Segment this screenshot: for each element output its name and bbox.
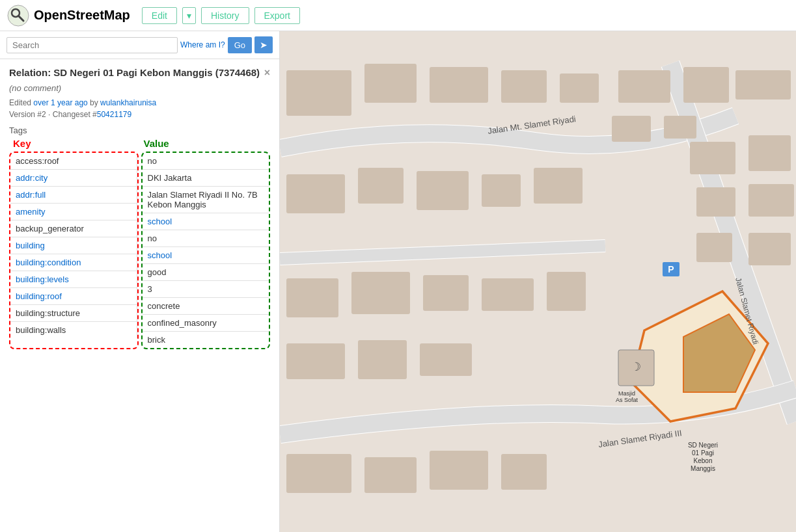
- tag-value-row: Jalan Slamet Riyadi II No. 7B Kebon Mang…: [143, 187, 269, 213]
- tag-key-cell[interactable]: building:condition: [10, 254, 137, 271]
- relation-meta-edited: Edited over 1 year ago by wulankhairunis…: [9, 98, 270, 107]
- svg-rect-33: [696, 187, 735, 217]
- svg-rect-16: [417, 171, 469, 210]
- svg-rect-10: [364, 64, 417, 103]
- svg-rect-12: [501, 70, 547, 103]
- svg-rect-7: [612, 116, 651, 142]
- svg-text:Masjid: Masjid: [618, 390, 635, 397]
- version-text: Version #2 · Changeset #: [9, 110, 97, 119]
- logo-icon: [7, 4, 30, 27]
- svg-rect-13: [560, 73, 599, 103]
- tag-key-row: backup_generator: [10, 220, 137, 237]
- export-button[interactable]: Export: [254, 7, 300, 24]
- svg-rect-6: [735, 70, 791, 100]
- tag-key-row: building:levels: [10, 271, 137, 288]
- tag-value-cell: good: [143, 264, 269, 280]
- sidebar-content: Relation: SD Negeri 01 Pagi Kebon Manggi…: [0, 59, 279, 532]
- map-area[interactable]: ☽ P Jalan Mt. Slamet Riyadi Jalan Slamet…: [280, 31, 796, 532]
- relation-meta-version: Version #2 · Changeset #50421179: [9, 110, 270, 119]
- tag-value-cell[interactable]: school: [143, 213, 269, 230]
- key-header: Key: [9, 138, 140, 149]
- svg-text:As Sofat: As Sofat: [616, 397, 638, 403]
- tag-value-row: good: [143, 264, 269, 281]
- logo-text: OpenStreetMap: [34, 8, 130, 23]
- svg-rect-24: [286, 343, 345, 379]
- changeset-link[interactable]: 50421179: [97, 110, 131, 119]
- tag-key-cell[interactable]: addr:full: [10, 187, 137, 203]
- tag-value-cell: no: [143, 153, 269, 169]
- search-input[interactable]: [7, 37, 178, 53]
- edit-button[interactable]: Edit: [142, 7, 177, 24]
- svg-rect-29: [430, 451, 488, 490]
- history-button[interactable]: History: [201, 7, 249, 24]
- edited-time-link[interactable]: over 1 year ago: [33, 98, 87, 107]
- tag-key-cell[interactable]: building:levels: [10, 271, 137, 287]
- svg-rect-32: [748, 135, 791, 171]
- main-content: Where am I? Go ➤ Relation: SD Negeri 01 …: [0, 31, 796, 532]
- tag-value-cell[interactable]: school: [143, 247, 269, 263]
- tag-value-row: concrete: [143, 298, 269, 315]
- tags-values-column: noDKI JakartaJalan Slamet Riyadi II No. …: [141, 152, 271, 349]
- value-header: Value: [140, 138, 271, 149]
- edited-prefix: Edited: [9, 98, 33, 107]
- svg-rect-36: [748, 233, 791, 265]
- values-container: noDKI JakartaJalan Slamet Riyadi II No. …: [143, 153, 269, 348]
- svg-text:P: P: [668, 264, 674, 274]
- tag-value-row: no: [143, 230, 269, 247]
- tag-key-row: building:condition: [10, 254, 137, 271]
- tag-key-cell: building:structure: [10, 305, 137, 321]
- sidebar: Where am I? Go ➤ Relation: SD Negeri 01 …: [0, 31, 280, 532]
- tag-value-cell: 3: [143, 281, 269, 297]
- svg-rect-4: [618, 70, 670, 103]
- relation-header: Relation: SD Negeri 01 Pagi Kebon Manggi…: [9, 67, 270, 78]
- top-nav: OpenStreetMap Edit ▾ History Export: [0, 0, 796, 31]
- svg-text:SD Negeri: SD Negeri: [688, 442, 718, 449]
- svg-rect-27: [286, 454, 351, 493]
- svg-rect-14: [286, 174, 345, 213]
- svg-text:Kebon: Kebon: [694, 457, 713, 464]
- svg-rect-15: [358, 168, 404, 204]
- tag-value-row: no: [143, 153, 269, 170]
- svg-rect-30: [501, 454, 547, 490]
- tags-columns: access:roofaddr:cityaddr:fullamenityback…: [9, 152, 270, 349]
- directions-button[interactable]: ➤: [254, 36, 273, 53]
- tag-key-cell[interactable]: addr:city: [10, 170, 137, 186]
- edited-by: by: [88, 98, 100, 107]
- svg-rect-17: [482, 174, 521, 207]
- tag-key-row: access:roof: [10, 153, 137, 170]
- tag-value-row: DKI Jakarta: [143, 170, 269, 187]
- svg-rect-20: [351, 272, 410, 314]
- tag-key-cell[interactable]: building: [10, 237, 137, 254]
- svg-rect-25: [358, 340, 407, 379]
- keys-container: access:roofaddr:cityaddr:fullamenityback…: [10, 153, 137, 338]
- close-button[interactable]: ×: [264, 67, 270, 79]
- tag-key-cell[interactable]: building:roof: [10, 288, 137, 304]
- relation-title-text: Relation: SD Negeri 01 Pagi Kebon Manggi…: [9, 67, 260, 78]
- svg-rect-35: [696, 233, 732, 262]
- tag-value-cell: DKI Jakarta: [143, 170, 269, 186]
- tag-value-row: confined_masonry: [143, 315, 269, 332]
- logo: OpenStreetMap: [7, 4, 130, 27]
- tag-value-cell: no: [143, 230, 269, 246]
- tag-value-row: 3: [143, 281, 269, 298]
- svg-rect-34: [748, 184, 794, 217]
- svg-text:01 Pagi: 01 Pagi: [692, 449, 714, 457]
- tags-keys-column: access:roofaddr:cityaddr:fullamenityback…: [9, 152, 139, 349]
- svg-rect-23: [547, 272, 586, 311]
- svg-rect-28: [364, 457, 417, 493]
- edit-dropdown-button[interactable]: ▾: [182, 7, 196, 24]
- svg-text:Manggis: Manggis: [691, 465, 715, 472]
- where-am-i-link[interactable]: Where am I?: [180, 40, 225, 49]
- tag-key-cell[interactable]: amenity: [10, 204, 137, 220]
- editor-link[interactable]: wulankhairunisa: [100, 98, 156, 107]
- tags-label: Tags: [9, 126, 270, 135]
- tags-section: Tags Key Value access:roofaddr:cityaddr:…: [9, 126, 270, 349]
- tag-key-cell: building:walls: [10, 322, 137, 338]
- svg-rect-19: [286, 278, 338, 317]
- tag-value-cell: concrete: [143, 298, 269, 314]
- go-button[interactable]: Go: [228, 37, 252, 53]
- search-bar: Where am I? Go ➤: [0, 31, 279, 59]
- svg-rect-22: [482, 278, 534, 311]
- tag-value-cell: brick: [143, 332, 269, 348]
- tag-key-row: addr:city: [10, 170, 137, 187]
